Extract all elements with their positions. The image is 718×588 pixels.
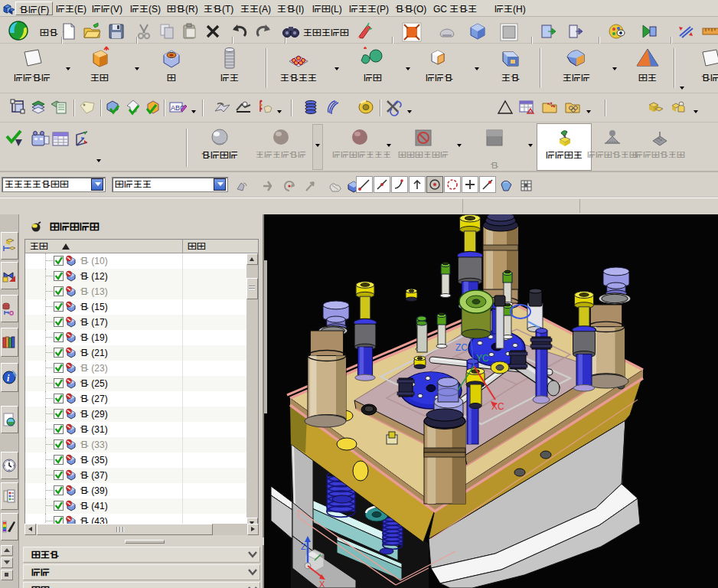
- svg-text:ZC: ZC: [455, 342, 468, 353]
- svg-text:YC: YC: [476, 353, 489, 364]
- svg-text:X: X: [319, 580, 325, 588]
- svg-text:XC: XC: [491, 401, 504, 412]
- svg-text:Z: Z: [301, 542, 306, 551]
